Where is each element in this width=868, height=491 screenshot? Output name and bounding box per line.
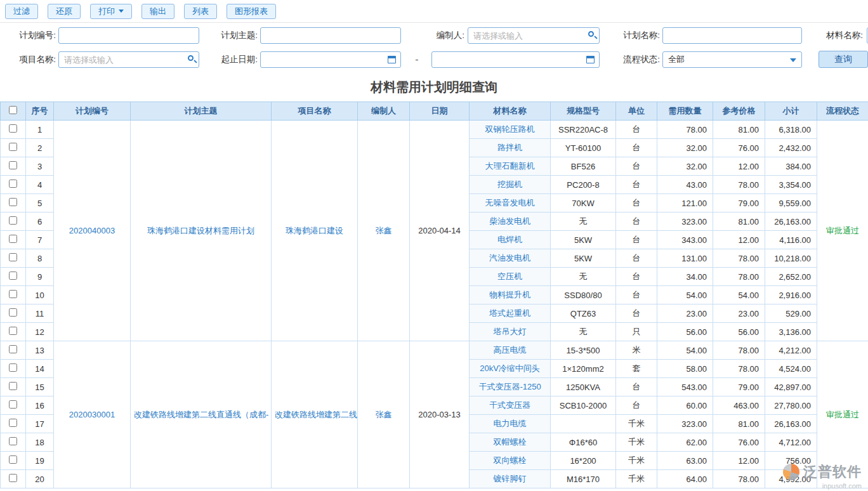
project-name-input-wrap bbox=[58, 51, 199, 68]
row-checkbox-cell[interactable] bbox=[1, 415, 26, 433]
row-checkbox-cell[interactable] bbox=[1, 157, 26, 176]
material-name-link[interactable]: 镀锌脚钉 bbox=[470, 470, 551, 488]
material-name-link[interactable]: 柴油发电机 bbox=[470, 213, 551, 231]
row-checkbox-cell[interactable] bbox=[1, 139, 26, 157]
row-checkbox[interactable] bbox=[9, 419, 17, 427]
row-checkbox-cell[interactable] bbox=[1, 323, 26, 341]
row-checkbox-cell[interactable] bbox=[1, 268, 26, 286]
project-name-link[interactable]: 改建铁路线增建第二线 bbox=[272, 341, 358, 488]
row-checkbox-cell[interactable] bbox=[1, 286, 26, 304]
material-name-link[interactable]: 大理石翻新机 bbox=[470, 157, 551, 176]
plan-subject-link[interactable]: 珠海鹤港口建设材料需用计划 bbox=[131, 121, 272, 341]
row-checkbox[interactable] bbox=[9, 327, 17, 335]
plan-name-input[interactable] bbox=[662, 27, 802, 44]
print-button[interactable]: 打印 bbox=[90, 4, 132, 19]
material-name-link[interactable]: 塔式起重机 bbox=[470, 304, 551, 323]
row-checkbox-cell[interactable] bbox=[1, 378, 26, 396]
plan-no-link[interactable]: 2020040003 bbox=[54, 121, 131, 341]
material-subtotal: 4,524.00 bbox=[765, 360, 817, 378]
row-checkbox-cell[interactable] bbox=[1, 304, 26, 323]
column-header: 编制人 bbox=[358, 102, 410, 121]
row-seq: 18 bbox=[26, 433, 54, 452]
row-checkbox-cell[interactable] bbox=[1, 213, 26, 231]
row-checkbox[interactable] bbox=[9, 345, 17, 353]
row-checkbox-cell[interactable] bbox=[1, 231, 26, 249]
row-checkbox[interactable] bbox=[9, 143, 17, 151]
material-name-link[interactable]: 电焊机 bbox=[470, 231, 551, 249]
row-checkbox-cell[interactable] bbox=[1, 341, 26, 360]
compiler-label: 编制人: bbox=[416, 27, 464, 44]
material-name-link[interactable]: 物料提升机 bbox=[470, 286, 551, 304]
calendar-icon[interactable] bbox=[388, 56, 396, 63]
material-name-link[interactable]: 空压机 bbox=[470, 268, 551, 286]
row-checkbox[interactable] bbox=[9, 198, 17, 206]
row-checkbox[interactable] bbox=[9, 253, 17, 261]
search-icon[interactable] bbox=[188, 55, 194, 61]
flow-status: 审批通过 bbox=[817, 121, 868, 341]
plan-no-input[interactable] bbox=[58, 27, 199, 44]
material-unit: 台 bbox=[616, 139, 657, 157]
row-checkbox-cell[interactable] bbox=[1, 121, 26, 139]
compiler-link[interactable]: 张鑫 bbox=[358, 121, 410, 341]
watermark-domain: inpusoft.com bbox=[783, 482, 862, 490]
row-checkbox[interactable] bbox=[9, 455, 17, 464]
calendar-icon[interactable] bbox=[586, 56, 595, 63]
search-button[interactable]: 查询 bbox=[819, 51, 868, 68]
row-checkbox-cell[interactable] bbox=[1, 396, 26, 415]
row-checkbox-cell[interactable] bbox=[1, 249, 26, 268]
plan-subject-input[interactable] bbox=[260, 27, 401, 44]
material-name-link[interactable]: 双向螺栓 bbox=[470, 452, 551, 470]
row-checkbox[interactable] bbox=[9, 363, 17, 372]
material-name-link[interactable]: 干式变压器 bbox=[470, 396, 551, 415]
row-checkbox-cell[interactable] bbox=[1, 452, 26, 470]
select-all-checkbox[interactable] bbox=[9, 106, 17, 114]
material-name-link[interactable]: 塔吊大灯 bbox=[470, 323, 551, 341]
row-checkbox[interactable] bbox=[9, 124, 17, 133]
row-checkbox[interactable] bbox=[9, 290, 17, 298]
project-name-link[interactable]: 珠海鹤港口建设 bbox=[272, 121, 358, 341]
material-name-link[interactable]: 干式变压器-1250 bbox=[470, 378, 551, 396]
chart-report-button[interactable]: 图形报表 bbox=[227, 4, 276, 19]
row-checkbox[interactable] bbox=[9, 474, 17, 482]
list-button[interactable]: 列表 bbox=[184, 4, 217, 19]
row-checkbox-cell[interactable] bbox=[1, 433, 26, 452]
row-checkbox-cell[interactable] bbox=[1, 176, 26, 194]
select-all-header[interactable] bbox=[1, 102, 26, 121]
material-name-link[interactable]: 双帽螺栓 bbox=[470, 433, 551, 452]
row-checkbox[interactable] bbox=[9, 308, 17, 317]
row-checkbox-cell[interactable] bbox=[1, 470, 26, 488]
material-name-link[interactable]: 高压电缆 bbox=[470, 341, 551, 360]
row-checkbox[interactable] bbox=[9, 216, 17, 225]
row-checkbox-cell[interactable] bbox=[1, 360, 26, 378]
material-name-link[interactable]: 20kV冷缩中间头 bbox=[470, 360, 551, 378]
compiler-link[interactable]: 张鑫 bbox=[358, 341, 410, 488]
material-name-label: 材料名称: bbox=[815, 27, 863, 44]
row-checkbox[interactable] bbox=[9, 437, 17, 445]
material-price: 76.00 bbox=[713, 139, 765, 157]
date-to-input[interactable] bbox=[431, 51, 600, 68]
flow-status-select[interactable]: 全部 bbox=[662, 51, 802, 68]
row-checkbox[interactable] bbox=[9, 235, 17, 243]
row-checkbox[interactable] bbox=[9, 161, 17, 169]
row-checkbox[interactable] bbox=[9, 272, 17, 280]
plan-no-link[interactable]: 2020030001 bbox=[54, 341, 131, 488]
row-checkbox[interactable] bbox=[9, 400, 17, 409]
material-name-link[interactable]: 汽油发电机 bbox=[470, 249, 551, 268]
filter-button[interactable]: 过滤 bbox=[5, 4, 38, 19]
material-name-link[interactable]: 挖掘机 bbox=[470, 176, 551, 194]
row-checkbox-cell[interactable] bbox=[1, 194, 26, 213]
date-from-input[interactable] bbox=[260, 51, 401, 68]
material-spec: Φ16*60 bbox=[551, 433, 616, 452]
material-name-link[interactable]: 路拌机 bbox=[470, 139, 551, 157]
plan-subject-link[interactable]: 改建铁路线增建第二线直通线（成都- bbox=[131, 341, 272, 488]
restore-button[interactable]: 还原 bbox=[48, 4, 81, 19]
row-checkbox[interactable] bbox=[9, 382, 17, 390]
project-name-input[interactable] bbox=[58, 51, 199, 68]
material-name-link[interactable]: 双钢轮压路机 bbox=[470, 121, 551, 139]
compiler-input[interactable] bbox=[468, 27, 600, 44]
export-button[interactable]: 输出 bbox=[141, 4, 174, 19]
material-name-link[interactable]: 电力电缆 bbox=[470, 415, 551, 433]
material-name-link[interactable]: 无噪音发电机 bbox=[470, 194, 551, 213]
row-checkbox[interactable] bbox=[9, 180, 17, 188]
search-icon[interactable] bbox=[588, 31, 594, 37]
